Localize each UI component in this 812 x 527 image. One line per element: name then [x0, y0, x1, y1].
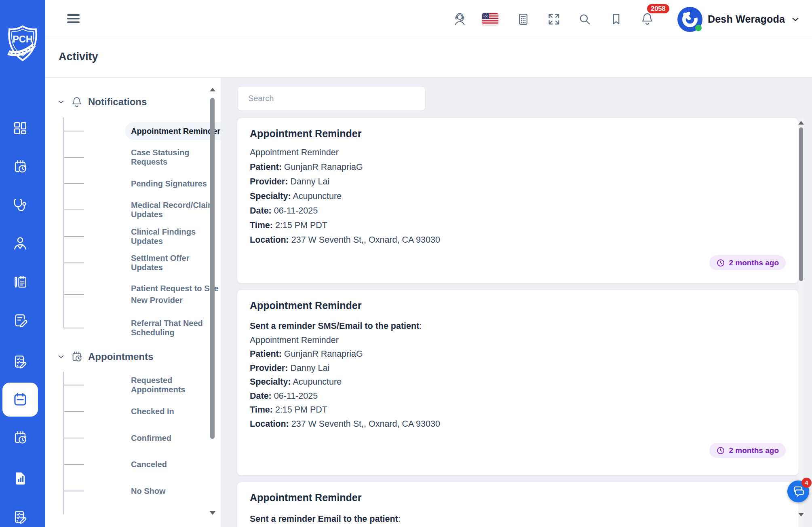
card-field: Provider: Danny Lai: [250, 174, 774, 189]
main-scrollbar-down-arrow[interactable]: [798, 513, 804, 516]
calculator-icon: [517, 13, 530, 26]
hamburger-menu-button[interactable]: [67, 14, 80, 24]
tree-section-appointments[interactable]: Appointments: [57, 350, 153, 364]
notification-card: Appointment Reminder Appointment Reminde…: [237, 118, 798, 283]
search-button[interactable]: [577, 12, 592, 26]
search-icon: [578, 13, 591, 26]
activity-tree-panel: Notifications Appointment Reminders Case…: [45, 78, 221, 527]
application-window: PCH: [0, 0, 812, 527]
search-input[interactable]: [237, 86, 426, 111]
tree-item-requested-appointments[interactable]: Requested Appointments: [125, 376, 221, 394]
tree-item-clinical-findings-updates[interactable]: Clinical Findings Updates: [125, 228, 221, 246]
user-name: Desh Weragoda: [708, 13, 785, 25]
card-body: Appointment Reminder Patient: GunjanR Ra…: [250, 145, 774, 247]
notification-count-badge: 2058: [646, 3, 670, 14]
sidebar-item-providers[interactable]: [2, 188, 38, 222]
sidebar-item-scheduling[interactable]: [2, 150, 38, 184]
tree-connector: [63, 157, 84, 158]
tree-item-confirmed[interactable]: Confirmed: [125, 429, 177, 447]
checklist-edit-icon: [13, 509, 28, 525]
card-line: Appointment Reminder: [250, 333, 774, 347]
time-ago-badge: 2 months ago: [709, 255, 786, 270]
checklist-edit-icon: [13, 354, 28, 369]
card-line: Appointment Reminder: [250, 145, 774, 160]
chevron-down-icon: [57, 97, 65, 106]
notifications-button[interactable]: 2058: [640, 12, 655, 26]
sidebar-item-documents[interactable]: [2, 303, 38, 337]
card-field: Provider: Danny Lai: [250, 361, 774, 375]
tree-connector-line: [63, 117, 64, 328]
card-field: Time: 2:15 PM PDT: [250, 403, 774, 417]
calculator-button[interactable]: [516, 12, 530, 26]
fullscreen-icon: [547, 13, 561, 26]
online-status-dot: [695, 25, 702, 31]
support-agent-button[interactable]: [452, 12, 467, 26]
fullscreen-button[interactable]: [546, 12, 561, 26]
chat-widget-button[interactable]: 4: [787, 480, 809, 502]
logo-text: PCH: [13, 34, 33, 44]
tree-connector: [63, 183, 84, 184]
pch-logo: PCH: [5, 25, 40, 68]
sidebar-item-patients[interactable]: [2, 226, 38, 260]
calendar-clock-icon: [13, 430, 28, 445]
tree-scrollbar-thumb[interactable]: [210, 98, 215, 439]
patient-icon: [13, 236, 28, 251]
tree-item-settlment-offer-updates[interactable]: Settlment Offer Updates: [125, 254, 221, 272]
card-body: Sent a reminder SMS/Email to the patient…: [250, 319, 774, 431]
tree-item-referral-need-scheduling[interactable]: Referral That Need Scheduling: [125, 319, 221, 337]
calendar-icon: [13, 392, 28, 407]
sidebar-item-dashboard[interactable]: [2, 111, 38, 145]
sidebar-item-forms[interactable]: [2, 500, 38, 527]
card-title: Appointment Reminder: [250, 128, 361, 140]
language-flag-button[interactable]: [482, 13, 498, 25]
avatar: [677, 7, 702, 32]
tree-item-medical-record-claim-updates[interactable]: Medical Record/Claim Updates: [125, 201, 221, 219]
clock-icon: [716, 446, 725, 455]
calendar-clock-icon: [71, 351, 83, 363]
card-body: Sent a reminder Email to the patient:: [250, 512, 774, 526]
main-scrollbar-thumb[interactable]: [799, 127, 803, 281]
card-field: Date: 06-11-2025: [250, 389, 774, 403]
sidebar-item-tasks[interactable]: [2, 345, 38, 379]
time-ago-badge: 2 months ago: [709, 443, 786, 458]
tree-connector: [63, 411, 84, 412]
clock-icon: [716, 258, 725, 267]
sidebar: PCH: [0, 0, 45, 527]
tree-item-canceled[interactable]: Canceled: [125, 455, 173, 473]
tree-item-no-show[interactable]: No Show: [125, 482, 171, 500]
tree-section-label: Notifications: [88, 96, 147, 108]
card-intro-line: Sent a reminder Email to the patient:: [250, 512, 774, 526]
tree-item-patient-request-new-provider[interactable]: Patient Request to See New Provider: [125, 280, 236, 309]
stethoscope-icon: [13, 197, 28, 213]
dashboard-icon: [13, 121, 28, 136]
tree-section-notifications[interactable]: Notifications: [57, 95, 147, 109]
tree-item-case-statusing-requests[interactable]: Case Statusing Requests: [125, 148, 221, 166]
tree-item-pending-signatures[interactable]: Pending Signatures: [125, 175, 213, 193]
user-menu[interactable]: Desh Weragoda: [677, 0, 801, 38]
sidebar-item-pending-appointments[interactable]: [2, 421, 38, 455]
sidebar-item-calendar-active[interactable]: [2, 383, 38, 417]
sidebar-item-notes[interactable]: [2, 265, 38, 299]
tree-scrollbar-up-arrow[interactable]: [210, 88, 215, 91]
card-field: Patient: GunjanR RanapriaG: [250, 160, 774, 174]
card-field: Specialty: Acupuncture: [250, 375, 774, 389]
main-scrollbar-up-arrow[interactable]: [798, 121, 804, 125]
activity-feed: Appointment Reminder Appointment Reminde…: [221, 78, 812, 527]
sidebar-item-reports[interactable]: [2, 461, 38, 495]
tree-connector: [63, 491, 84, 491]
chat-unread-badge: 4: [801, 478, 812, 488]
card-intro-line: Sent a reminder SMS/Email to the patient…: [250, 319, 774, 333]
tree-connector: [63, 328, 84, 328]
tree-item-checked-in[interactable]: Checked In: [125, 402, 180, 420]
page-title-bar: Activity: [45, 38, 812, 78]
card-field: Location: 237 W Seventh St,, Oxnard, CA …: [250, 417, 774, 431]
card-field: Date: 06-11-2025: [250, 203, 774, 218]
notepad-pencil-icon: [13, 275, 28, 290]
tree-scrollbar-down-arrow[interactable]: [210, 511, 215, 515]
us-flag-icon: [482, 13, 498, 24]
bookmark-button[interactable]: [609, 12, 623, 26]
tree-connector: [63, 210, 84, 210]
tree-connector: [63, 385, 84, 385]
chevron-down-icon: [790, 14, 801, 25]
support-agent-icon: [453, 13, 466, 26]
